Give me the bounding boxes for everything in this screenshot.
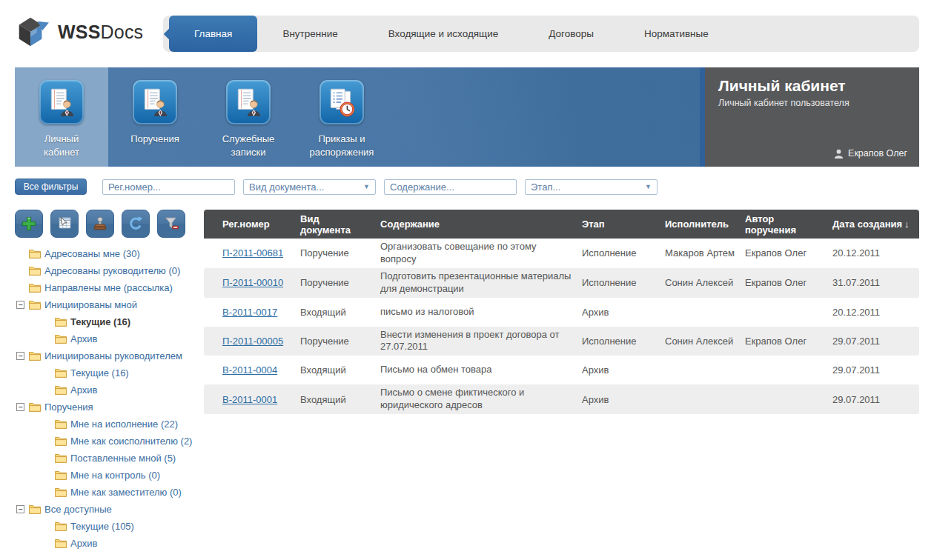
folder-icon (55, 419, 67, 429)
table-row[interactable]: В-2011-0017 Входящий письмо из налоговой… (204, 298, 919, 327)
column-header[interactable]: Рег.номер (204, 219, 300, 230)
tree-item-label: Адресованы руководителю (0) (44, 265, 180, 276)
document-link[interactable]: П-2011-00010 (222, 277, 283, 288)
tree-item[interactable]: Текущие (16) (15, 364, 202, 381)
stamp-button[interactable] (86, 210, 114, 238)
banner-tile[interactable]: Приказы и распоряжения (295, 67, 388, 167)
section-banner: Личный кабинет (15, 67, 919, 167)
tile-icon (39, 80, 84, 124)
cell-doc-type: Поручение (300, 247, 380, 259)
cell-reg-number: В-2011-0001 (204, 394, 300, 405)
folder-tree: Адресованы мне (30) Адресованы руководит… (15, 245, 202, 552)
cell-doc-type: Входящий (300, 364, 380, 376)
tree-item-label: Текущие (105) (70, 521, 134, 532)
table-row[interactable]: П-2011-00681 Поручение Организовать сове… (204, 239, 919, 268)
cell-reg-number: П-2011-00010 (204, 277, 300, 288)
folder-icon (55, 521, 67, 531)
tree-item-label: Инициированы мной (44, 299, 137, 310)
document-link[interactable]: П-2011-00005 (222, 336, 283, 347)
tree-expander-icon[interactable]: − (16, 301, 24, 309)
nav-tab[interactable]: Входящие и исходящие (363, 16, 524, 52)
tree-expander-icon[interactable]: − (16, 505, 24, 513)
cell-author: Екрапов Олег (745, 277, 832, 288)
tree-item[interactable]: Архив (15, 535, 202, 552)
document-link[interactable]: В-2011-0001 (222, 394, 277, 405)
tree-item[interactable]: − Инициированы руководителем (15, 347, 202, 364)
table-row[interactable]: В-2011-0001 Входящий Письмо о смене фикт… (204, 384, 919, 414)
wssdocs-page: WSSDocs Главная Внутренние Входящие и ис… (0, 0, 934, 560)
tree-item[interactable]: Архив (15, 330, 202, 347)
content-filter-input[interactable] (384, 179, 517, 195)
tree-item-label: Мне на исполнение (22) (70, 419, 178, 430)
tree-item-label: Мне на контроль (0) (70, 470, 160, 481)
nav-tab[interactable]: Внутренние (257, 16, 362, 52)
add-button[interactable] (15, 210, 43, 238)
cell-doc-type: Входящий (300, 394, 380, 405)
tree-item[interactable]: − Поручения (15, 399, 202, 416)
document-link[interactable]: В-2011-0004 (222, 364, 277, 376)
cell-content: Подготовить презентационные материалы дл… (380, 268, 582, 298)
stage-filter-dropdown[interactable]: Этап... ▼ (525, 179, 658, 195)
info-panel: Личный кабинет Личный кабинет пользовате… (700, 67, 919, 167)
column-header[interactable]: Вид документа (300, 213, 380, 236)
refresh-button[interactable] (122, 210, 150, 238)
current-user[interactable]: Екрапов Олег (834, 148, 907, 159)
nav-tab[interactable]: Договоры (523, 16, 619, 52)
column-header[interactable]: Исполнитель (665, 219, 745, 230)
tree-item[interactable]: Адресованы руководителю (0) (15, 262, 202, 279)
table-row[interactable]: П-2011-00005 Поручение Внести изменения … (204, 327, 919, 356)
tree-item[interactable]: Адресованы мне (30) (15, 245, 202, 262)
select-register-button[interactable] (50, 210, 79, 238)
tree-item[interactable]: Поставленные мной (5) (15, 450, 202, 467)
tree-item[interactable]: Мне как заместителю (0) (15, 484, 202, 501)
cell-author: Екрапов Олег (745, 247, 832, 259)
tree-item[interactable]: Мне как соисполнителю (2) (15, 433, 202, 450)
current-user-name: Екрапов Олег (848, 148, 907, 159)
tree-item-label: Все доступные (44, 504, 112, 515)
reg-number-filter-input[interactable] (102, 179, 235, 195)
doc-type-filter-dropdown[interactable]: Вид документа... ▼ (243, 179, 376, 195)
column-header-label: Автор поручения (745, 213, 796, 236)
cell-stage: Исполнение (582, 336, 665, 347)
column-header[interactable]: Автор поручения (745, 213, 832, 236)
tree-item[interactable]: − Инициированы мной (15, 296, 202, 313)
all-filters-button[interactable]: Все фильтры (15, 179, 87, 195)
banner-tile[interactable]: Служебные записки (202, 67, 295, 167)
column-header[interactable]: Этап (582, 219, 665, 230)
app-logo[interactable]: WSSDocs (13, 15, 143, 49)
tree-item-label: Поставленные мной (5) (70, 453, 176, 464)
nav-tab[interactable]: Нормативные (619, 16, 734, 52)
table-row[interactable]: П-2011-00010 Поручение Подготовить презе… (204, 268, 919, 298)
column-header[interactable]: Дата создания↓ (832, 219, 919, 230)
banner-tile[interactable]: Личный кабинет (15, 67, 108, 167)
tree-item[interactable]: Архив (15, 381, 202, 399)
column-header-label: Содержание (380, 219, 440, 230)
add-plus-icon (20, 215, 38, 233)
nav-tab[interactable]: Главная (169, 16, 257, 52)
banner-tile[interactable]: Поручения (108, 67, 202, 167)
tree-item[interactable]: Текущие (16) (15, 313, 202, 330)
tree-item[interactable]: − Все доступные (15, 501, 202, 518)
filter-row: Все фильтры Вид документа... ▼ Этап... ▼ (15, 179, 666, 195)
nav-tab-label: Договоры (549, 28, 594, 39)
cell-doc-type: Поручение (300, 277, 380, 288)
tree-item[interactable]: Мне на исполнение (22) (15, 416, 202, 433)
sort-desc-icon: ↓ (904, 219, 910, 230)
tree-expander-icon[interactable]: − (16, 403, 24, 411)
brand-text: WSSDocs (58, 21, 143, 43)
tree-item[interactable]: Мне на контроль (0) (15, 467, 202, 484)
folder-icon (29, 504, 41, 514)
column-header[interactable]: Содержание (380, 219, 582, 230)
tree-expander-icon[interactable]: − (16, 352, 24, 360)
document-link[interactable]: П-2011-00681 (222, 247, 283, 259)
cell-content: письмо из налоговой (380, 304, 582, 321)
tile-icon (319, 80, 364, 124)
document-link[interactable]: В-2011-0017 (222, 307, 277, 318)
tree-item[interactable]: Направлены мне (рассылка) (15, 279, 202, 296)
table-row[interactable]: В-2011-0004 Входящий Письмо на обмен тов… (204, 356, 919, 384)
tree-item[interactable]: Текущие (105) (15, 518, 202, 535)
tree-item-label: Текущие (16) (70, 316, 130, 327)
folder-icon (55, 317, 67, 327)
clear-filter-button[interactable] (157, 210, 185, 238)
cell-created-date: 29.07.2011 (832, 394, 919, 405)
